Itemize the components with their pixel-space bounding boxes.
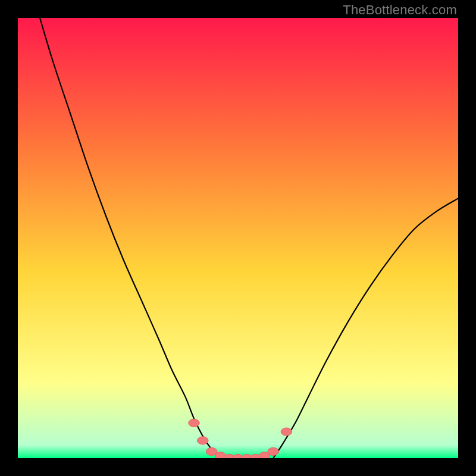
marker-dot xyxy=(189,419,199,427)
gradient-background xyxy=(18,18,458,458)
chart-svg xyxy=(18,18,458,458)
marker-dot xyxy=(198,437,208,444)
plot-area xyxy=(18,18,458,458)
watermark-text: TheBottleneck.com xyxy=(343,2,457,18)
marker-dot xyxy=(268,447,278,455)
chart-frame: TheBottleneck.com xyxy=(0,0,476,476)
marker-dot xyxy=(281,428,292,436)
